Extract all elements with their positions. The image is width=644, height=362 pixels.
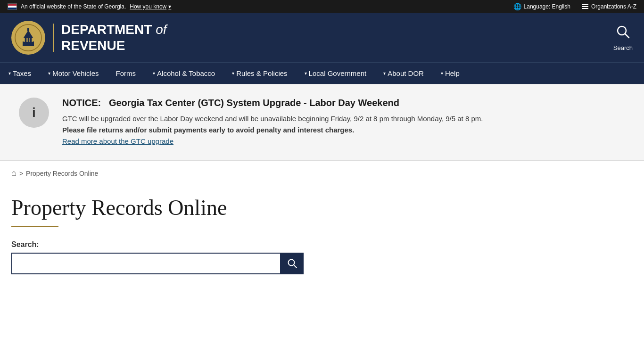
chevron-icon: ▾ — [441, 71, 443, 76]
nav-link-forms[interactable]: Forms — [107, 63, 145, 84]
department-logo[interactable] — [11, 21, 45, 55]
chevron-icon: ▾ — [153, 71, 155, 76]
search-button[interactable]: Search — [613, 24, 633, 51]
nav-item-forms[interactable]: Forms — [107, 63, 145, 84]
svg-rect-8 — [32, 38, 33, 42]
nav-link-local-government[interactable]: ▾ Local Government — [296, 63, 375, 84]
svg-rect-4 — [27, 28, 29, 31]
header-divider — [53, 24, 54, 52]
search-submit-button[interactable] — [281, 253, 304, 274]
top-bar-left: An official website of the State of Geor… — [8, 3, 171, 10]
search-submit-icon — [287, 258, 297, 269]
how-you-know-link[interactable]: How you know ▾ — [130, 3, 171, 10]
page-title: Property Records Online — [11, 195, 413, 220]
breadcrumb-home-link[interactable]: ⌂ — [11, 168, 17, 178]
svg-rect-6 — [26, 38, 28, 42]
organizations-az-link[interactable]: Organizations A-Z — [582, 3, 636, 10]
nav-item-alcohol-tobacco[interactable]: ▾ Alcohol & Tobacco — [144, 63, 223, 84]
nav-item-help[interactable]: ▾ Help — [432, 63, 468, 84]
logo-svg — [14, 24, 42, 52]
language-selector[interactable]: 🌐 Language: English — [513, 3, 570, 10]
chevron-icon: ▾ — [305, 71, 307, 76]
info-icon: i — [19, 98, 49, 128]
notice-body: GTC will be upgraded over the Labor Day … — [62, 113, 483, 147]
nav-item-taxes[interactable]: ▾ Taxes — [0, 63, 40, 84]
nav-link-motor-vehicles[interactable]: ▾ Motor Vehicles — [40, 63, 107, 84]
chevron-icon: ▾ — [48, 71, 50, 76]
breadcrumb: ⌂ > Property Records Online — [0, 161, 644, 186]
top-bar: An official website of the State of Geor… — [0, 0, 644, 13]
header-logo-area: DEPARTMENT of REVENUE — [11, 21, 167, 55]
list-icon — [582, 4, 588, 9]
nav-item-local-government[interactable]: ▾ Local Government — [296, 63, 375, 84]
search-input[interactable] — [11, 253, 281, 274]
svg-line-10 — [625, 34, 629, 38]
main-navigation: ▾ Taxes ▾ Motor Vehicles Forms ▾ Alcohol… — [0, 62, 644, 84]
nav-link-rules-policies[interactable]: ▾ Rules & Policies — [223, 63, 296, 84]
breadcrumb-separator: > — [19, 170, 23, 177]
chevron-down-icon: ▾ — [168, 3, 171, 10]
page-content: Property Records Online Search: — [0, 186, 424, 293]
site-header: DEPARTMENT of REVENUE Search — [0, 13, 644, 62]
nav-link-taxes[interactable]: ▾ Taxes — [0, 63, 40, 84]
svg-rect-7 — [29, 38, 30, 42]
nav-item-rules-policies[interactable]: ▾ Rules & Policies — [223, 63, 296, 84]
notice-content: NOTICE: Georgia Tax Center (GTC) System … — [62, 98, 483, 147]
svg-rect-1 — [23, 41, 34, 46]
svg-rect-5 — [24, 38, 25, 42]
notice-banner: i NOTICE: Georgia Tax Center (GTC) Syste… — [0, 84, 644, 161]
nav-item-about-dor[interactable]: ▾ About DOR — [375, 63, 432, 84]
gtc-upgrade-link[interactable]: Read more about the GTC upgrade — [62, 137, 173, 145]
title-underline — [11, 226, 58, 227]
nav-list: ▾ Taxes ▾ Motor Vehicles Forms ▾ Alcohol… — [0, 63, 644, 84]
department-name: DEPARTMENT of REVENUE — [61, 22, 167, 53]
chevron-icon: ▾ — [232, 71, 234, 76]
search-field-label: Search: — [11, 240, 413, 249]
georgia-flag — [8, 3, 17, 10]
nav-link-alcohol-tobacco[interactable]: ▾ Alcohol & Tobacco — [144, 63, 223, 84]
nav-item-motor-vehicles[interactable]: ▾ Motor Vehicles — [40, 63, 107, 84]
top-bar-right: 🌐 Language: English Organizations A-Z — [513, 3, 636, 10]
nav-link-help[interactable]: ▾ Help — [432, 63, 468, 84]
search-icon — [615, 24, 630, 42]
chevron-icon: ▾ — [8, 71, 11, 76]
globe-icon: 🌐 — [513, 3, 521, 10]
nav-link-about-dor[interactable]: ▾ About DOR — [375, 63, 432, 84]
official-text: An official website of the State of Geor… — [21, 3, 126, 10]
notice-title: NOTICE: Georgia Tax Center (GTC) System … — [62, 98, 483, 108]
search-row — [11, 253, 304, 274]
svg-line-12 — [294, 265, 297, 268]
chevron-icon: ▾ — [383, 71, 386, 76]
breadcrumb-current-page: Property Records Online — [26, 170, 98, 177]
svg-rect-2 — [25, 38, 32, 42]
